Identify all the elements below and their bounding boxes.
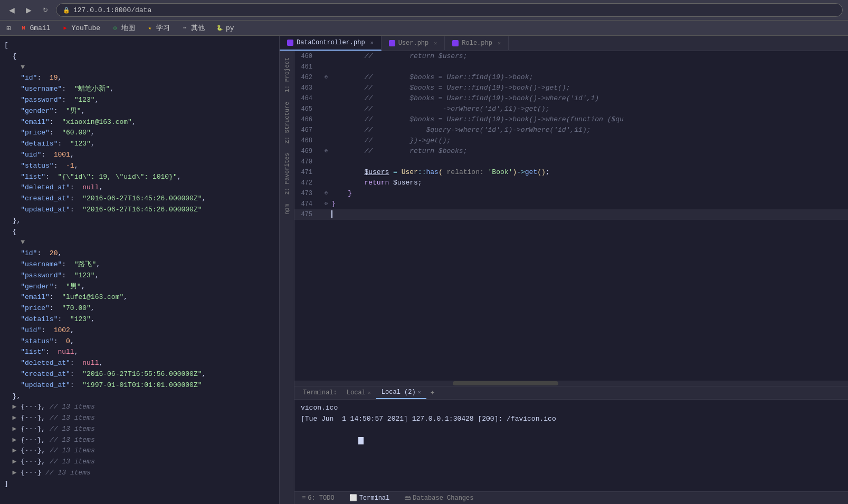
bookmark-other[interactable]: ⋯ 其他: [176, 22, 209, 34]
bookmark-maps[interactable]: ◎ 地图: [107, 22, 139, 34]
tab-user-close[interactable]: ✕: [434, 40, 437, 46]
bookmark-study-label: 学习: [156, 23, 170, 33]
line-content-473: }: [331, 188, 848, 199]
expand-arrow-8[interactable]: ▶: [13, 458, 17, 466]
line-num-462: 462: [294, 72, 321, 83]
side-tab-npm[interactable]: npm: [282, 200, 292, 219]
code-line-472: 472 return $users;: [294, 178, 848, 188]
tab-user-label: User.php: [398, 40, 429, 47]
terminal-tab-local-label: Local: [347, 389, 366, 396]
apps-icon[interactable]: ⊞: [4, 23, 13, 34]
status-todo-label: 6: TODO: [308, 495, 334, 502]
line-num-460: 460: [294, 51, 321, 62]
code-line-475: 475: [294, 209, 848, 220]
tab-role-close[interactable]: ✕: [498, 40, 501, 46]
expand-arrow-6[interactable]: ▶: [13, 436, 17, 444]
expand-arrow-7[interactable]: ▶: [13, 447, 17, 454]
php-icon-2: [389, 40, 395, 46]
gutter-462[interactable]: ⊕: [321, 72, 331, 83]
gutter-469[interactable]: ⊕: [321, 146, 331, 157]
expand-arrow-9[interactable]: ▶: [13, 469, 17, 477]
terminal-label: Terminal:: [299, 387, 341, 399]
side-tab-favorites[interactable]: 2: Favorites: [282, 149, 292, 199]
expand-arrow-5[interactable]: ▶: [13, 425, 17, 433]
code-line-460: 460 // return $users;: [294, 51, 848, 62]
status-terminal-label: Terminal: [359, 495, 390, 502]
fold-icon-474: ⊕: [325, 199, 328, 209]
bookmark-youtube[interactable]: ▶ YouTube: [56, 23, 104, 33]
code-line-467: 467 // $query->where('id',1)->orWhere('i…: [294, 125, 848, 135]
bookmark-py[interactable]: 🐍 py: [211, 23, 239, 33]
expand-arrow-4[interactable]: ▶: [13, 414, 17, 422]
code-area[interactable]: 460 // return $users; 461: [294, 51, 848, 381]
line-content-475: [331, 209, 848, 220]
side-panel-tabs: 1: Project Z: Structure 2: Favorites npm: [280, 51, 294, 504]
line-content-462: // $books = User::find(19)->book;: [331, 72, 848, 83]
gutter-474[interactable]: ⊕: [321, 199, 331, 209]
terminal-tab-local2-close[interactable]: ✕: [418, 389, 421, 395]
fold-icon-473: ⊕: [325, 188, 328, 199]
ide-panel: DataController.php ✕ User.php ✕ Role.php…: [280, 36, 848, 504]
back-button[interactable]: ◀: [5, 4, 18, 16]
line-content-472: return $users;: [331, 178, 848, 188]
bookmark-study[interactable]: ★ 学习: [141, 22, 174, 34]
expand-arrow-2[interactable]: ▼: [21, 238, 25, 246]
line-content-465: // ->orWhere('id',11)->get();: [331, 104, 848, 114]
bookmark-other-label: 其他: [191, 23, 205, 33]
bookmark-py-label: py: [226, 24, 234, 32]
gutter-473[interactable]: ⊕: [321, 188, 331, 199]
code-line-474: 474 ⊕ }: [294, 199, 848, 209]
status-bar: ≡ 6: TODO ⬜ Terminal 🗃 Database Changes: [294, 491, 848, 504]
browser-chrome: ◀ ▶ ↻ 🔒 127.0.0.1:8000/data ⊞ M Gmail ▶ …: [0, 0, 848, 36]
gmail-icon: M: [19, 24, 27, 32]
code-line-464: 464 // $books = User::find(19)->book()->…: [294, 93, 848, 104]
line-num-463: 463: [294, 83, 321, 93]
py-icon: 🐍: [215, 24, 224, 32]
code-line-470: 470: [294, 157, 848, 167]
text-cursor: [331, 210, 332, 218]
address-bar[interactable]: 🔒 127.0.0.1:8000/data: [56, 3, 843, 17]
terminal-add-button[interactable]: +: [426, 387, 439, 399]
terminal-line-1: vicon.ico: [301, 403, 842, 414]
ide-file-tabs: DataController.php ✕ User.php ✕ Role.php…: [280, 36, 848, 51]
bookmark-gmail-label: Gmail: [30, 24, 50, 32]
tab-user[interactable]: User.php ✕: [382, 36, 445, 50]
horizontal-scrollbar[interactable]: [294, 381, 848, 386]
reload-button[interactable]: ↻: [39, 4, 52, 16]
code-line-462: 462 ⊕ // $books = User::find(19)->book;: [294, 72, 848, 83]
line-num-467: 467: [294, 125, 321, 135]
terminal-tab-local2[interactable]: Local (2) ✕: [376, 386, 426, 399]
line-num-475: 475: [294, 209, 321, 220]
terminal-tab-local[interactable]: Local ✕: [341, 387, 376, 399]
bookmark-gmail[interactable]: M Gmail: [15, 23, 54, 33]
terminal-status-icon: ⬜: [349, 494, 357, 502]
terminal-tab-local2-label: Local (2): [382, 389, 416, 396]
line-num-474: 474: [294, 199, 321, 209]
status-item-terminal[interactable]: ⬜ Terminal: [346, 493, 393, 503]
code-line-468: 468 // })->get();: [294, 135, 848, 146]
main-layout: [ { ▼ "id": 19, "username": "蜡笔小新", "pas…: [0, 36, 848, 504]
expand-arrow-1[interactable]: ▼: [21, 63, 25, 71]
status-item-db[interactable]: 🗃 Database Changes: [401, 493, 477, 503]
h-scroll-thumb[interactable]: [453, 381, 558, 385]
terminal-line-3: [301, 425, 842, 458]
study-icon: ★: [146, 24, 154, 32]
tab-datacontroller[interactable]: DataController.php ✕: [280, 36, 382, 51]
todo-icon: ≡: [302, 495, 306, 502]
tab-datacontroller-close[interactable]: ✕: [370, 40, 374, 46]
tab-role[interactable]: Role.php ✕: [445, 36, 509, 50]
fold-icon-462: ⊕: [325, 72, 328, 83]
status-db-label: Database Changes: [413, 495, 473, 502]
expand-arrow-3[interactable]: ▶: [13, 403, 17, 411]
status-item-todo[interactable]: ≡ 6: TODO: [299, 493, 338, 503]
side-tab-structure[interactable]: Z: Structure: [282, 98, 292, 148]
side-tab-project[interactable]: 1: Project: [282, 53, 292, 96]
terminal-tab-local-close[interactable]: ✕: [368, 390, 371, 396]
line-num-472: 472: [294, 178, 321, 188]
bookmark-youtube-label: YouTube: [71, 24, 100, 32]
terminal-line-2: [Tue Jun 1 14:50:57 2021] 127.0.0.1:3042…: [301, 414, 842, 425]
line-content-464: // $books = User::find(19)->book()->wher…: [331, 93, 848, 104]
forward-button[interactable]: ▶: [22, 4, 35, 16]
db-icon: 🗃: [404, 494, 411, 502]
line-num-464: 464: [294, 93, 321, 104]
